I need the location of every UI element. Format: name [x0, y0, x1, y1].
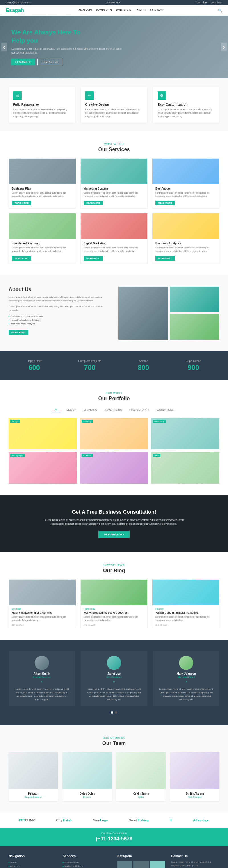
- service-investment-body: Investment Planning Lorem ipsum dolor si…: [9, 239, 76, 263]
- blog-img-3: [152, 580, 219, 605]
- partners-section: PETCLINIC City Estate YourLogo Great Fis…: [0, 812, 228, 828]
- blog-date-3: July 15, 2020: [152, 624, 219, 628]
- service-business-btn[interactable]: READ MORE: [12, 200, 31, 206]
- service-best-title: Best Value: [155, 187, 216, 190]
- service-investment-btn[interactable]: READ MORE: [12, 256, 31, 261]
- portfolio-item-5[interactable]: Products: [80, 452, 148, 484]
- nav-links: ANALYSIS PRODUCTS PORTFOLIO ABOUT CONTAC…: [78, 9, 164, 12]
- team-member-2: Daisy John Director: [62, 752, 112, 801]
- team-role-4: Web Designer: [173, 796, 217, 798]
- footer-services: Services Business Plan Marketing Options…: [63, 854, 111, 868]
- blog-category-1: Business: [9, 605, 76, 611]
- portfolio-item-3[interactable]: Advertising: [151, 418, 220, 450]
- nav-about[interactable]: ABOUT: [136, 9, 146, 12]
- logo[interactable]: Esagah: [6, 7, 24, 13]
- feature-creative-desc: Lorem ipsum dolor sit amet consectetur e…: [85, 108, 142, 118]
- service-analytics-desc: Lorem ipsum dolor sit amet consectetur a…: [155, 246, 216, 252]
- stat-awards: Awards 800: [138, 360, 149, 372]
- team-img-2: [62, 752, 112, 789]
- topbar-email: demo@example.com: [6, 1, 30, 4]
- blog-card-3: Finance Verifying about financial market…: [152, 580, 220, 628]
- service-best: Best Value Lorem ipsum dolor sit amet co…: [152, 158, 220, 209]
- feature-creative: ✏ Creative Design Lorem ipsum dolor sit …: [81, 87, 147, 123]
- search-icon[interactable]: 🔍: [218, 8, 222, 12]
- service-marketing-body: Marketing System Lorem ipsum dolor sit a…: [81, 184, 147, 208]
- service-best-body: Best Value Lorem ipsum dolor sit amet co…: [152, 184, 219, 208]
- service-marketing-btn[interactable]: READ MORE: [84, 200, 103, 206]
- nav-portfolio[interactable]: PORTFOLIO: [116, 9, 133, 12]
- footer: Navigation Home About Us Blog FAQ Servic…: [0, 846, 228, 868]
- testi-dot-2[interactable]: [115, 711, 117, 714]
- service-analytics-img: [152, 213, 219, 239]
- nav-analysis[interactable]: ANALYSIS: [78, 9, 92, 12]
- testimonial-1: Adam Smith Graphic Designer " Lorem ipsu…: [8, 651, 75, 706]
- service-business-body: Business Plan Lorem ipsum dolor sit amet…: [9, 184, 76, 208]
- insta-img-2[interactable]: [133, 861, 149, 868]
- cta-description: Lorem ipsum dolor sit amet consectetur a…: [43, 518, 185, 526]
- service-best-img: [152, 158, 219, 184]
- team-body-1: Petpaur Graphic Designer: [8, 789, 58, 801]
- filter-branding[interactable]: BRANDING: [82, 407, 100, 412]
- hero-contact-button[interactable]: CONTACT US: [37, 59, 62, 65]
- filter-photography[interactable]: PHOTOGRAPHY: [127, 407, 152, 412]
- cta-btn[interactable]: GET STARTED >: [98, 531, 130, 538]
- about-readmore-btn[interactable]: READ MORE: [8, 330, 28, 335]
- topbar-address: Your address goes here: [195, 1, 222, 4]
- blog-img-2: [81, 580, 147, 605]
- footer-nav-about[interactable]: About Us: [8, 864, 57, 868]
- testimonials-grid: Adam Smith Graphic Designer " Lorem ipsu…: [8, 651, 220, 706]
- service-analytics-btn[interactable]: READ MORE: [155, 256, 175, 261]
- portfolio-badge-6: SEO: [153, 454, 161, 457]
- service-best-btn[interactable]: READ MORE: [155, 200, 175, 206]
- hero-content: We Are Always Here To Help you Lorem ips…: [11, 28, 124, 65]
- hero-prev-button[interactable]: ❮: [1, 43, 7, 51]
- team-body-3: Kevin Smith Writer: [116, 789, 166, 801]
- service-business-img: [9, 158, 76, 184]
- services-grid: Business Plan Lorem ipsum dolor sit amet…: [8, 158, 220, 264]
- filter-wordpress[interactable]: WORDPRESS: [154, 407, 176, 412]
- service-business-desc: Lorem ipsum dolor sit amet consectetur a…: [12, 191, 73, 197]
- portfolio-item-4[interactable]: Photography: [8, 452, 77, 484]
- partner-petclinic: PETCLINIC: [19, 818, 35, 822]
- footer-phone[interactable]: (+01-1234-5678: [4, 836, 224, 842]
- portfolio-section: OUR WORK Our Portfolio ALL DESIGN BRANDI…: [0, 380, 228, 495]
- blog-header: LATEST NEWS Our Blog: [8, 564, 220, 574]
- blog-section: LATEST NEWS Our Blog Business Mobile mar…: [0, 552, 228, 640]
- feature-creative-title: Creative Design: [85, 103, 142, 106]
- team-section: OUR MEMBERS Our Team Petpaur Graphic Des…: [0, 725, 228, 812]
- service-digital-btn[interactable]: READ MORE: [84, 256, 103, 261]
- insta-img-3[interactable]: [150, 861, 165, 868]
- portfolio-item-1[interactable]: Design: [8, 418, 77, 450]
- team-title: Our Team: [8, 741, 220, 746]
- footer-nav-home[interactable]: Home: [8, 861, 57, 864]
- service-marketing-img: [81, 158, 147, 184]
- team-name-4: Smith Alaram: [173, 792, 217, 795]
- insta-img-1[interactable]: [117, 861, 132, 868]
- footer-service-marketing[interactable]: Marketing Options: [63, 864, 111, 868]
- feature-responsive-title: Fully Responsive: [13, 103, 70, 106]
- testimonial-text-2: Lorem ipsum dolor sit amet consectetur a…: [85, 688, 142, 701]
- footer-top: Our Free Consultation (+01-1234-5678: [0, 828, 228, 846]
- stats-section: Happy User 600 Complete Projects 700 Awa…: [0, 351, 228, 380]
- partner-fil: fil: [170, 818, 172, 822]
- portfolio-item-2[interactable]: Branding: [80, 418, 148, 450]
- service-digital: Digital Marketing Lorem ipsum dolor sit …: [80, 213, 148, 264]
- stat-complete-projects-label: Complete Projects: [78, 360, 102, 363]
- about-img-tall: [118, 287, 168, 340]
- team-img-3: [116, 752, 166, 789]
- nav-products[interactable]: PRODUCTS: [96, 9, 112, 12]
- portfolio-item-6[interactable]: SEO: [151, 452, 220, 484]
- nav-contact[interactable]: CONTACT: [150, 9, 164, 12]
- footer-service-business[interactable]: Business Plan: [63, 861, 111, 864]
- partner-yourlogo: YourLogo: [93, 818, 108, 822]
- filter-design[interactable]: DESIGN: [64, 407, 79, 412]
- hero-next-button[interactable]: ❯: [221, 43, 227, 51]
- filter-advertising[interactable]: ADVERTISING: [102, 407, 124, 412]
- service-analytics-title: Business Analytics: [155, 242, 216, 245]
- about-img-1: [170, 287, 220, 312]
- portfolio-badge-2: Branding: [82, 420, 93, 423]
- testi-dot-1[interactable]: [111, 711, 113, 714]
- hero-section: ❮ We Are Always Here To Help you Lorem i…: [0, 16, 228, 78]
- filter-all[interactable]: ALL: [52, 407, 61, 412]
- hero-readmore-button[interactable]: READ MORE: [11, 59, 35, 65]
